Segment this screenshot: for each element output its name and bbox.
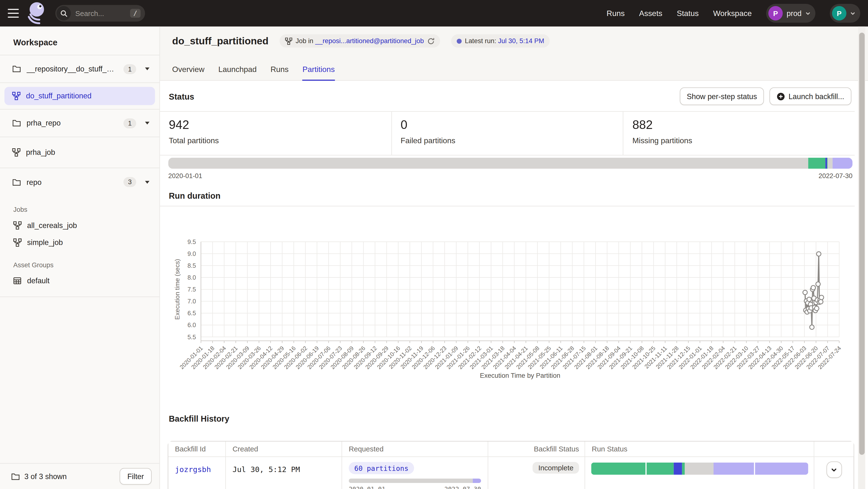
sidebar-item-default-asset-group[interactable]: default	[0, 272, 159, 289]
sidebar-repo-repo[interactable]: repo 3	[0, 168, 159, 196]
job-icon	[12, 148, 20, 157]
dagster-logo-icon[interactable]	[26, 2, 46, 25]
stat-failed-partitions: 0 Failed partitions	[392, 112, 624, 155]
job-icon	[13, 221, 22, 229]
job-origin-link[interactable]: __reposi...artitioned@partitioned_job	[315, 37, 424, 45]
sidebar-repo-prha-repo[interactable]: prha_repo 1	[0, 109, 159, 137]
svg-text:6.5: 6.5	[187, 310, 196, 317]
job-origin-tag: Job in __reposi...artitioned@partitioned…	[280, 34, 440, 48]
job-icon	[285, 37, 292, 44]
sidebar-repo-repository-do-stuff[interactable]: __repository__do_stuff_partitio... 1	[0, 55, 159, 83]
repos-shown-count: 3 of 3 shown	[24, 472, 115, 481]
backfill-status-badge: Incomplete	[533, 462, 579, 474]
requested-range-bar	[349, 479, 481, 483]
scrollbar-thumb[interactable]	[859, 33, 864, 455]
backfill-created: Jul 30, 5:12 PM	[226, 457, 342, 474]
nav-link-workspace[interactable]: Workspace	[713, 9, 752, 18]
workspace-sidebar: Workspace __repository__do_stuff_partiti…	[0, 27, 160, 489]
main-panel: do_stuff_partitioned Job in __reposi...a…	[160, 27, 868, 489]
sidebar-item-simple-job[interactable]: simple_job	[0, 234, 159, 251]
hamburger-menu-icon[interactable]	[8, 9, 19, 18]
deployment-switcher[interactable]: P prod	[766, 4, 815, 23]
backfill-history-heading: Backfill History	[169, 414, 229, 423]
run-duration-chart[interactable]: 2020-01-012020-01-182020-02-042020-02-21…	[168, 207, 855, 390]
run-duration-heading: Run duration	[169, 191, 220, 200]
expand-row-button[interactable]	[826, 461, 842, 478]
col-expand	[814, 442, 854, 457]
latest-run-tag: Latest run: Jul 30, 5:14 PM	[451, 34, 550, 48]
run-status-dot	[457, 38, 462, 44]
col-backfill-status: Backfill Status	[488, 442, 585, 457]
tab-partitions[interactable]: Partitions	[302, 58, 335, 81]
latest-run-link[interactable]: Jul 30, 5:14 PM	[498, 37, 544, 45]
chevron-down-icon	[831, 467, 837, 473]
folder-icon	[12, 119, 21, 127]
search-placeholder: Search...	[75, 9, 130, 18]
svg-text:9.0: 9.0	[187, 250, 196, 257]
search-icon	[57, 6, 71, 20]
partition-stats: 942 Total partitions 0 Failed partitions…	[160, 111, 855, 156]
tab-bar: Overview Launchpad Runs Partitions	[172, 58, 335, 81]
asset-group-icon	[13, 277, 22, 285]
page-scrollbar[interactable]	[858, 27, 865, 489]
backfill-id-link[interactable]: jozrgsbh	[168, 457, 225, 474]
repo-count-badge: 3	[124, 177, 136, 187]
app-window: Search... / Runs Assets Status Workspace…	[0, 0, 868, 489]
svg-text:Execution time (secs): Execution time (secs)	[174, 259, 181, 320]
requested-range-end: 2022-07-30	[444, 486, 481, 489]
table-row: jozrgsbh Jul 30, 5:12 PM 60 partitions 2…	[168, 457, 854, 489]
nav-link-runs[interactable]: Runs	[607, 9, 625, 18]
caret-down-icon[interactable]	[145, 181, 149, 183]
folder-icon	[11, 472, 20, 481]
top-nav: Search... / Runs Assets Status Workspace…	[0, 0, 868, 27]
reload-icon[interactable]	[427, 37, 434, 44]
sidebar-item-do-stuff-partitioned[interactable]: do_stuff_partitioned	[4, 87, 155, 105]
col-run-status: Run Status	[585, 442, 814, 457]
job-icon	[13, 238, 22, 247]
search-shortcut-key: /	[130, 9, 141, 18]
sidebar-title: Workspace	[0, 27, 159, 56]
sidebar-footer: 3 of 3 shown Filter	[0, 463, 159, 489]
sidebar-item-all-cereals-job[interactable]: all_cereals_job	[0, 217, 159, 234]
svg-text:5.5: 5.5	[187, 334, 196, 340]
deployment-label: prod	[786, 9, 802, 18]
user-menu[interactable]: P	[830, 4, 860, 23]
table-header-row: Backfill Id Created Requested Backfill S…	[168, 442, 854, 457]
svg-text:Execution Time by Partition: Execution Time by Partition	[480, 372, 560, 379]
nav-link-assets[interactable]: Assets	[639, 9, 662, 18]
show-per-step-status-button[interactable]: Show per-step status	[680, 88, 764, 105]
repo-count-badge: 1	[124, 64, 136, 74]
run-status-bar[interactable]	[591, 463, 808, 475]
status-section-heading: Status	[169, 92, 679, 101]
filter-button[interactable]: Filter	[120, 468, 152, 485]
repo-count-badge: 1	[124, 118, 136, 128]
caret-down-icon[interactable]	[145, 122, 149, 124]
launch-backfill-button[interactable]: Launch backfill...	[770, 88, 851, 105]
search-input[interactable]: Search... /	[55, 5, 145, 22]
requested-range-start: 2020-01-01	[349, 486, 385, 489]
col-requested: Requested	[342, 442, 488, 457]
svg-text:7.0: 7.0	[187, 298, 196, 304]
partition-range-start: 2020-01-01	[168, 172, 202, 180]
svg-text:8.5: 8.5	[187, 262, 196, 269]
svg-text:7.5: 7.5	[187, 286, 196, 293]
chevron-down-icon	[850, 11, 856, 16]
requested-partitions-badge[interactable]: 60 partitions	[349, 462, 414, 474]
page-title: do_stuff_partitioned	[172, 35, 269, 47]
nav-link-status[interactable]: Status	[677, 9, 699, 18]
folder-icon	[12, 178, 21, 186]
sidebar-item-prha-job[interactable]: prha_job	[0, 137, 159, 168]
tab-overview[interactable]: Overview	[172, 58, 205, 81]
tab-runs[interactable]: Runs	[271, 58, 289, 81]
partition-range-end: 2022-07-30	[818, 172, 852, 180]
page-header: do_stuff_partitioned Job in __reposi...a…	[160, 27, 868, 81]
partition-status-bar[interactable]	[168, 158, 852, 169]
plus-circle-icon	[777, 92, 785, 100]
partitions-content: Status Show per-step status Launch backf…	[160, 81, 855, 489]
tab-launchpad[interactable]: Launchpad	[218, 58, 256, 81]
svg-text:9.5: 9.5	[187, 238, 196, 245]
caret-down-icon[interactable]	[145, 68, 149, 70]
jobs-section-label: Jobs	[0, 206, 159, 217]
backfill-history-table: Backfill Id Created Requested Backfill S…	[168, 441, 854, 489]
stat-missing-partitions: 882 Missing partitions	[624, 112, 855, 155]
